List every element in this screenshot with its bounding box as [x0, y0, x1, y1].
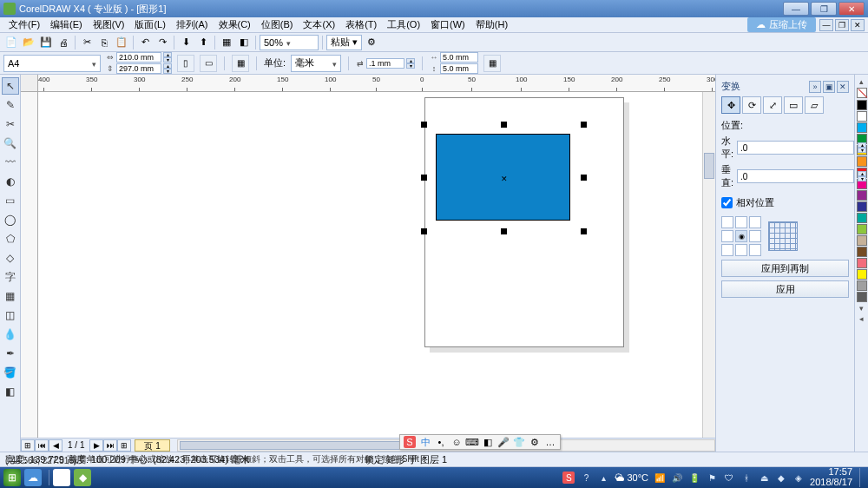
open-button[interactable]: 📂: [21, 35, 36, 50]
transform-scale-tab[interactable]: ⤢: [763, 96, 782, 114]
dupx-input[interactable]: [440, 52, 478, 63]
doc-close[interactable]: ✕: [851, 19, 865, 31]
doc-minimize[interactable]: —: [819, 19, 833, 31]
palette-flyout[interactable]: ◂: [859, 314, 864, 323]
handle-br[interactable]: [581, 228, 587, 234]
vertical-scrollbar[interactable]: [702, 92, 715, 452]
tray-help-icon[interactable]: ?: [580, 472, 592, 484]
all-pages-button[interactable]: ▦: [232, 55, 249, 72]
units-combo[interactable]: 毫米: [291, 55, 341, 72]
handle-tl[interactable]: [421, 122, 427, 128]
color-swatch[interactable]: [857, 247, 867, 257]
interactive-fill-tool[interactable]: ◧: [2, 383, 19, 400]
basic-shapes-tool[interactable]: ◇: [2, 249, 19, 267]
cut-button[interactable]: ✂: [79, 35, 95, 50]
drawing-canvas[interactable]: ✕: [38, 92, 715, 452]
tray-network-icon[interactable]: 📶: [654, 472, 666, 484]
transform-skew-tab[interactable]: ▱: [805, 96, 824, 114]
zoom-combo[interactable]: 50%: [260, 35, 319, 50]
color-swatch[interactable]: [857, 235, 867, 246]
palette-down[interactable]: ▾: [859, 304, 864, 313]
snap-button[interactable]: ▦: [483, 55, 501, 72]
window-close[interactable]: ✕: [838, 2, 865, 16]
app-launcher-button[interactable]: ▦: [219, 35, 234, 50]
anchor-bm[interactable]: [735, 244, 747, 256]
menu-edit[interactable]: 编辑(E): [45, 16, 88, 33]
interactive-tool[interactable]: ◫: [2, 307, 19, 324]
color-swatch[interactable]: [857, 224, 867, 234]
tray-shield-icon[interactable]: 🛡: [723, 472, 735, 484]
paste-button[interactable]: 📋: [114, 35, 129, 50]
task-coreldraw-icon[interactable]: ◆: [74, 469, 91, 486]
ime-more[interactable]: …: [544, 436, 556, 448]
crop-tool[interactable]: ✂: [2, 115, 19, 133]
color-swatch[interactable]: [857, 280, 867, 291]
menu-window[interactable]: 窗口(W): [425, 16, 470, 33]
anchor-br[interactable]: [749, 244, 761, 256]
ime-settings-icon[interactable]: ⚙: [529, 436, 541, 448]
menu-text[interactable]: 文本(X): [298, 16, 340, 33]
tray-ime-icon[interactable]: S: [562, 472, 575, 484]
menu-tools[interactable]: 工具(O): [382, 16, 425, 33]
handle-tm[interactable]: [501, 122, 507, 128]
zoom-tool[interactable]: 🔍: [2, 135, 19, 152]
text-tool[interactable]: 字: [2, 268, 19, 286]
export-button[interactable]: ⬆: [195, 35, 211, 50]
taskbar-clock[interactable]: 17:57 2018/8/17: [810, 467, 854, 487]
rectangle-tool[interactable]: ▭: [2, 192, 19, 209]
apply-button[interactable]: 应用: [721, 280, 849, 298]
menu-arrange[interactable]: 排列(A): [171, 16, 214, 33]
no-color-swatch[interactable]: [857, 88, 867, 98]
ruler-origin[interactable]: [21, 75, 38, 92]
color-swatch[interactable]: [857, 269, 867, 280]
undo-button[interactable]: ↶: [137, 35, 153, 50]
eyedropper-tool[interactable]: 💧: [2, 326, 19, 343]
options-button[interactable]: ⚙: [364, 35, 379, 50]
page-size-combo[interactable]: A4: [3, 55, 101, 72]
print-button[interactable]: 🖨: [56, 35, 71, 50]
landscape-button[interactable]: ▭: [200, 55, 217, 72]
palette-up[interactable]: ▴: [859, 77, 864, 86]
outline-tool[interactable]: ✒: [2, 345, 19, 362]
color-swatch[interactable]: [857, 190, 867, 201]
menu-bitmaps[interactable]: 位图(B): [256, 16, 299, 33]
portrait-button[interactable]: ▯: [177, 55, 194, 72]
handle-bm[interactable]: [501, 228, 507, 234]
paste-special[interactable]: 粘贴 ▾: [326, 35, 362, 50]
ruler-horizontal[interactable]: 4003503002502001501005005010015020025030…: [38, 75, 715, 92]
handle-bl[interactable]: [421, 228, 427, 234]
ellipse-tool[interactable]: ◯: [2, 211, 19, 228]
last-page-button[interactable]: ⏭: [103, 439, 117, 452]
page-height-input[interactable]: [116, 63, 161, 74]
freehand-tool[interactable]: 〰: [2, 154, 19, 171]
smart-fill-tool[interactable]: ◐: [2, 173, 19, 190]
page-tab-1[interactable]: 页 1: [135, 439, 169, 452]
task-chrome-icon[interactable]: ◉: [53, 469, 70, 486]
tray-misc2-icon[interactable]: ◈: [792, 472, 805, 484]
first-page-button[interactable]: ⏮: [35, 439, 49, 452]
add-page-after-button[interactable]: ⊞: [117, 439, 131, 452]
position-h-input[interactable]: [737, 141, 854, 155]
menu-table[interactable]: 表格(T): [340, 16, 382, 33]
handle-ml[interactable]: [421, 175, 427, 181]
color-swatch[interactable]: [857, 201, 867, 212]
tray-eject-icon[interactable]: ⏏: [758, 472, 770, 484]
cloud-upload-button[interactable]: ☁压缩上传: [747, 17, 816, 32]
handle-tr[interactable]: [581, 122, 587, 128]
window-maximize[interactable]: ❐: [811, 2, 837, 16]
transform-size-tab[interactable]: ▭: [784, 96, 803, 114]
tray-flag-icon[interactable]: ⚑: [706, 472, 718, 484]
fill-tool[interactable]: 🪣: [2, 364, 19, 381]
anchor-ml[interactable]: [721, 230, 733, 242]
shape-tool[interactable]: ✎: [2, 96, 19, 114]
relative-position-checkbox[interactable]: [721, 197, 733, 208]
doc-restore[interactable]: ❐: [835, 19, 849, 31]
copy-button[interactable]: ⎘: [96, 35, 112, 50]
start-button[interactable]: ⊞: [3, 469, 21, 486]
ime-voice-icon[interactable]: 🎤: [497, 436, 510, 448]
height-down[interactable]: ▾: [163, 69, 172, 74]
import-button[interactable]: ⬇: [178, 35, 194, 50]
color-swatch[interactable]: [857, 258, 867, 268]
ime-tshirt-icon[interactable]: 👕: [513, 436, 525, 448]
menu-view[interactable]: 视图(V): [88, 16, 130, 33]
